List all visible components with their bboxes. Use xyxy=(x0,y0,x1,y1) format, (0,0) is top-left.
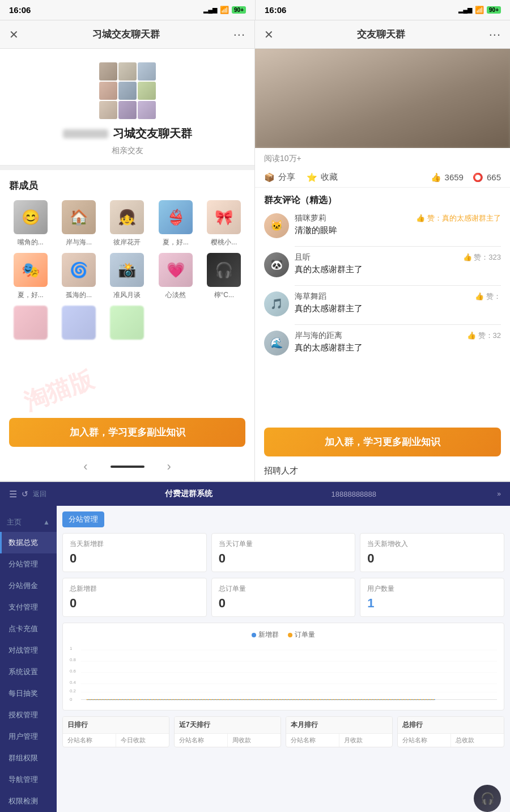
member-item-8[interactable]: 💗 心淡然 xyxy=(154,253,197,300)
comment-name-2: 海草舞蹈 xyxy=(295,291,326,302)
member-item-4[interactable]: 🎀 樱桃小... xyxy=(203,200,245,247)
comment-text-0: 清澈的眼眸 xyxy=(295,225,501,236)
bottom-tables: 日排行 分站名称 今日收款 近7天排行 分站名称 周收款 本月排行 xyxy=(62,716,504,747)
article-actions: 📦 分享 ⭐ 收藏 👍 3659 ⭕ 665 xyxy=(255,167,510,188)
collapse-icon[interactable]: » xyxy=(497,490,501,498)
sidebar-item-data-overview[interactable]: 数据总览 xyxy=(0,532,57,553)
member-item-6[interactable]: 🌀 孤海的... xyxy=(57,253,100,300)
member-item-9[interactable]: 🎧 檸°C... xyxy=(203,253,245,300)
member-item-12[interactable] xyxy=(106,306,148,343)
member-item-7[interactable]: 📸 准风月谈 xyxy=(106,253,148,300)
svg-text:1: 1 xyxy=(70,646,73,651)
group-name-blur xyxy=(63,129,108,138)
star-icon: ⭕ xyxy=(473,172,483,183)
star-action[interactable]: ⭕ 665 xyxy=(473,172,501,183)
member-name-2: 彼岸花开 xyxy=(113,238,141,247)
sidebar-item-battle-mgmt[interactable]: 对战管理 xyxy=(0,640,57,661)
sidebar-item-branch-commission[interactable]: 分站佣金 xyxy=(0,575,57,597)
avatar-cell-4 xyxy=(99,82,117,100)
admin-sidebar: 主页 ▲ 数据总览 分站管理 分站佣金 支付管理 点卡充值 对战管理 系统设置 … xyxy=(0,506,57,812)
status-bar-right: 16:06 ▂▄▆ 📶 90+ xyxy=(255,0,510,20)
member-avatar-0: 😊 xyxy=(14,200,48,234)
comment-item-3: 🌊 岸与海的距离 👍 赞：32 真的太感谢群主了 xyxy=(264,331,501,356)
left-panel-header: ✕ 习城交友聊天群 ··· xyxy=(0,20,254,49)
sidebar-item-payment[interactable]: 支付管理 xyxy=(0,597,57,618)
stat-value-0: 0 xyxy=(70,551,199,566)
comment-name-1: 且听 xyxy=(295,252,311,263)
left-join-button[interactable]: 加入群，学习更多副业知识 xyxy=(9,418,245,447)
sidebar-item-permission-check[interactable]: 权限检测 xyxy=(0,790,57,812)
member-item-2[interactable]: 👧 彼岸花开 xyxy=(106,200,148,247)
comment-header-2: 海草舞蹈 👍 赞： xyxy=(295,291,501,302)
member-name-7: 准风月谈 xyxy=(113,290,141,300)
comment-divider-2 xyxy=(295,285,501,286)
stat-card-today-orders: 当天订单量 0 xyxy=(211,533,356,572)
sidebar-item-nav-mgmt[interactable]: 导航管理 xyxy=(0,769,57,790)
mini-col-value-4: 总收款 xyxy=(451,734,504,747)
admin-header: ☰ ↺ 返回 付费进群系统 18888888888 » xyxy=(0,482,510,506)
sidebar-item-system-settings[interactable]: 系统设置 xyxy=(0,661,57,683)
mini-table-cols-week: 分站名称 周收款 xyxy=(175,734,280,747)
group-info: 习城交友聊天群 相亲交友 xyxy=(0,49,254,165)
group-name-text: 习城交友聊天群 xyxy=(113,126,192,141)
member-item-3[interactable]: 👙 夏，好... xyxy=(154,200,197,247)
sidebar-item-group-permissions[interactable]: 群组权限 xyxy=(0,747,57,769)
menu-icon[interactable]: ☰ xyxy=(9,489,17,500)
stat-label-0: 当天新增群 xyxy=(70,539,199,549)
sidebar-item-auth-mgmt[interactable]: 授权管理 xyxy=(0,704,57,726)
stat-card-today-income: 当天新增收入 0 xyxy=(360,533,504,572)
stat-value-2: 0 xyxy=(367,551,497,566)
member-item-1[interactable]: 🏠 岸与海... xyxy=(57,200,100,247)
member-avatar-2: 👧 xyxy=(110,200,144,234)
admin-title: 付费进群系统 xyxy=(165,489,212,499)
comment-like-2: 👍 赞： xyxy=(475,291,501,302)
members-title: 群成员 xyxy=(9,179,245,192)
next-arrow[interactable]: › xyxy=(167,459,171,474)
mini-table-month: 本月排行 分站名称 月收款 xyxy=(286,716,393,747)
member-name-0: 嘴角的... xyxy=(18,238,44,247)
sidebar-section-main: 主页 ▲ xyxy=(0,513,57,532)
member-avatar-12 xyxy=(110,306,144,340)
avatar-cell-1 xyxy=(99,62,117,81)
sidebar-item-daily-lottery[interactable]: 每日抽奖 xyxy=(0,683,57,704)
right-join-button[interactable]: 加入群，学习更多副业知识 xyxy=(264,428,501,456)
mini-table-cols-total: 分站名称 总收款 xyxy=(398,734,504,747)
comment-body-2: 海草舞蹈 👍 赞： 真的太感谢群主了 xyxy=(295,291,501,314)
members-row-2: 🎭 夏，好... 🌀 孤海的... 📸 准风月谈 💗 心淡然 🎧 xyxy=(9,253,245,300)
sidebar-section-label: 主页 xyxy=(7,517,22,527)
left-close-icon[interactable]: ✕ xyxy=(9,28,19,41)
share-action[interactable]: 📦 分享 xyxy=(264,172,295,183)
sidebar-item-branch-mgmt[interactable]: 分站管理 xyxy=(0,553,57,575)
toolbar-tab-branch[interactable]: 分站管理 xyxy=(62,511,104,527)
member-item-11[interactable] xyxy=(57,306,100,343)
group-name-row: 习城交友聊天群 xyxy=(63,126,192,141)
stat-card-total-orders: 总订单量 0 xyxy=(211,578,356,617)
member-item-0[interactable]: 😊 嘴角的... xyxy=(9,200,52,247)
sidebar-item-user-mgmt[interactable]: 用户管理 xyxy=(0,726,57,747)
member-item-5[interactable]: 🎭 夏，好... xyxy=(9,253,52,300)
left-more-icon[interactable]: ··· xyxy=(233,27,245,42)
comment-header-0: 猫咪萝莉 👍 赞：真的太感谢群主了 xyxy=(295,213,501,223)
admin-id: 18888888888 xyxy=(332,490,377,498)
comment-header-3: 岸与海的距离 👍 赞：32 xyxy=(295,331,501,341)
sidebar-collapse-icon[interactable]: ▲ xyxy=(43,518,50,526)
comment-item-2: 🎵 海草舞蹈 👍 赞： 真的太感谢群主了 🎧 xyxy=(264,291,501,316)
pagination: ‹ › xyxy=(0,452,254,481)
like-action[interactable]: 👍 3659 xyxy=(431,172,464,183)
comment-avatar-3: 🌊 xyxy=(264,331,289,356)
sidebar-item-card-recharge[interactable]: 点卡充值 xyxy=(0,618,57,640)
time-right: 16:06 xyxy=(265,5,286,15)
mini-col-value-1: 今日收款 xyxy=(116,734,169,747)
collect-icon: ⭐ xyxy=(307,172,317,183)
stat-value-4: 0 xyxy=(219,596,348,611)
right-close-icon[interactable]: ✕ xyxy=(264,28,274,41)
mini-col-value-3: 月收款 xyxy=(339,734,392,747)
prev-arrow[interactable]: ‹ xyxy=(83,459,87,474)
battery-right: 90+ xyxy=(487,6,501,14)
member-item-10[interactable] xyxy=(9,306,52,343)
legend-label-orders: 订单量 xyxy=(295,630,315,640)
refresh-icon[interactable]: ↺ xyxy=(22,489,28,498)
battery-left: 90+ xyxy=(232,6,246,14)
right-more-icon[interactable]: ··· xyxy=(489,27,501,42)
collect-action[interactable]: ⭐ 收藏 xyxy=(307,172,338,183)
